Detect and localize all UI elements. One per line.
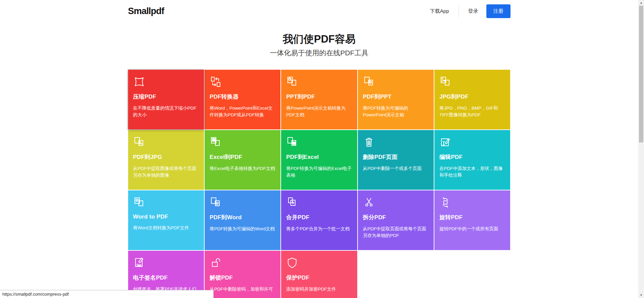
tool-title: Excel到PDF — [210, 153, 275, 161]
tool-title: 旋转PDF — [439, 214, 505, 221]
tool-title: 删除PDF页面 — [363, 153, 429, 161]
tools-grid: 压缩PDF在不降低质量的情况下缩小PDF的大小PDF转换器将Word，Power… — [128, 70, 511, 298]
word-to-pdf-icon — [133, 196, 145, 208]
signup-button[interactable]: 注册 — [486, 4, 511, 18]
rotate-icon — [439, 196, 451, 208]
tool-description: 在不降低质量的情况下缩小PDF的大小 — [133, 105, 199, 119]
nav-download-app[interactable]: 下载App — [430, 8, 449, 14]
tool-tile-unlock-pdf[interactable]: 解锁PDF从PDF中删除密码，加密和许可 — [205, 251, 280, 298]
tool-title: 编辑PDF — [439, 153, 505, 161]
sign-icon — [133, 257, 145, 269]
tool-description: 添加密码并加密PDF文件 — [286, 286, 352, 293]
nav-login[interactable]: 登录 — [468, 8, 478, 14]
header-nav: 下载App 登录 注册 — [430, 4, 511, 18]
tool-tile-compress-pdf[interactable]: 压缩PDF在不降低质量的情况下缩小PDF的大小 — [128, 70, 204, 129]
tool-tile-pdf-converter[interactable]: PDF转换器将Word，PowerPoint和Excel文件转换为PDF或从PD… — [205, 70, 280, 129]
pdf-to-word-icon — [210, 196, 222, 208]
tool-description: 将PowerPoint演示文稿转换为PDF文档 — [286, 105, 352, 119]
tool-description: 从PDF中提取页面或将每个页面另存为单独的PDF — [363, 226, 429, 239]
tool-tile-jpg-to-pdf[interactable]: JPG到PDF将JPG，PNG，BMP，GIF和TIFF图像转换为PDF — [434, 70, 510, 129]
split-icon — [363, 196, 375, 208]
scroll-down-icon[interactable]: ▼ — [638, 292, 644, 298]
page: Smallpdf 下载App 登录 注册 我们使PDF容易 一体化易于使用的在线… — [0, 0, 638, 298]
scrollbar-thumb[interactable] — [639, 6, 643, 142]
tool-tile-rotate-pdf[interactable]: 旋转PDF旋转PDF中的一个或所有页面 — [434, 190, 510, 250]
link-preview-status-bar: https://smallpdf.com/compress-pdf — [0, 290, 214, 298]
tool-tile-protect-pdf[interactable]: 保护PDF添加密码并加密PDF文件 — [281, 251, 357, 298]
tool-tile-ppt-to-pdf[interactable]: PPT到PDF将PowerPoint演示文稿转换为PDF文档 — [281, 70, 357, 129]
tool-tile-delete-pages[interactable]: 删除PDF页面从PDF中删除一个或多个页面 — [358, 130, 434, 190]
tool-title: 保护PDF — [286, 274, 352, 282]
tool-description: 将PDF转换为可编辑的Excel电子表格 — [286, 165, 352, 179]
excel-to-pdf-icon — [210, 136, 222, 148]
tool-description: 将Excel电子表格转换为PDF文档 — [210, 165, 275, 172]
scroll-up-icon[interactable]: ▲ — [638, 0, 644, 6]
tool-description: 从PDF中删除密码，加密和许可 — [210, 286, 275, 293]
tool-description: 将多个PDF合并为一个统一文档 — [286, 226, 352, 232]
tool-tile-pdf-to-jpg[interactable]: PDF到JPG从PDF中提取图像或将每个页面另存为单独的图像 — [128, 130, 204, 190]
tool-tile-merge-pdf[interactable]: 合并PDF将多个PDF合并为一个统一文档 — [281, 190, 357, 250]
tool-tile-word-to-pdf[interactable]: Word to PDF将Word文档转换为PDF文件 — [128, 190, 204, 250]
tool-description: 在PDF中添加文本，形状，图像和手绘注释 — [439, 165, 505, 179]
tool-title: PDF到JPG — [133, 153, 199, 161]
tool-tile-split-pdf[interactable]: 拆分PDF从PDF中提取页面或将每个页面另存为单独的PDF — [358, 190, 434, 250]
tool-description: 从PDF中删除一个或多个页面 — [363, 165, 429, 172]
tool-description: 旋转PDF中的一个或所有页面 — [439, 226, 505, 232]
tool-title: Word to PDF — [133, 214, 199, 220]
convert-icon — [210, 76, 222, 88]
compress-icon — [133, 76, 145, 88]
tool-title: JPG到PDF — [439, 93, 505, 101]
delete-pages-icon — [363, 136, 375, 148]
protect-icon — [286, 257, 298, 269]
ppt-to-pdf-icon — [286, 76, 298, 88]
edit-icon — [439, 136, 451, 148]
jpg-to-pdf-icon — [439, 76, 451, 88]
page-subtitle: 一体化易于使用的在线PDF工具 — [0, 48, 638, 58]
tool-title: PDF到Word — [210, 214, 275, 221]
tool-title: 电子签名PDF — [133, 274, 199, 282]
pdf-to-jpg-icon — [133, 136, 145, 148]
merge-icon — [286, 196, 298, 208]
unlock-icon — [210, 257, 222, 269]
tool-title: 解锁PDF — [210, 274, 275, 282]
tool-tile-pdf-to-excel[interactable]: PDF到Excel将PDF转换为可编辑的Excel电子表格 — [281, 130, 357, 190]
tool-tile-pdf-to-ppt[interactable]: PDF到PPT将PDF转换为可编辑的PowerPoint演示文稿 — [358, 70, 434, 129]
status-url: https://smallpdf.com/compress-pdf — [2, 292, 69, 297]
tool-description: 从PDF中提取图像或将每个页面另存为单独的图像 — [133, 165, 199, 179]
smallpdf-logo[interactable]: Smallpdf — [128, 6, 164, 16]
tool-title: 拆分PDF — [363, 214, 429, 221]
tool-tile-pdf-to-word[interactable]: PDF到Word将PDF转换为可编辑的Word文档 — [205, 190, 280, 250]
tool-title: PDF到PPT — [363, 93, 429, 101]
tool-title: PDF到Excel — [286, 153, 352, 161]
tool-description: 将Word，PowerPoint和Excel文件转换为PDF或从PDF转换 — [210, 105, 275, 119]
tool-tile-excel-to-pdf[interactable]: Excel到PDF将Excel电子表格转换为PDF文档 — [205, 130, 280, 190]
tool-description: 将Word文档转换为PDF文件 — [133, 225, 199, 231]
tool-description: 将PDF转换为可编辑的Word文档 — [210, 226, 275, 232]
tool-tile-edit-pdf[interactable]: 编辑PDF在PDF中添加文本，形状，图像和手绘注释 — [434, 130, 510, 190]
tool-title: PPT到PDF — [286, 93, 352, 101]
nav-divider — [459, 5, 459, 17]
pdf-to-excel-icon — [286, 136, 298, 148]
tool-title: 合并PDF — [286, 214, 352, 221]
page-title: 我们使PDF容易 — [0, 33, 638, 45]
hero: 我们使PDF容易 一体化易于使用的在线PDF工具 — [0, 33, 638, 58]
pdf-to-ppt-icon — [363, 76, 375, 88]
tool-title: PDF转换器 — [210, 93, 275, 101]
scrollbar[interactable]: ▲ ▼ — [638, 0, 644, 298]
tool-title: 压缩PDF — [133, 93, 199, 101]
site-header: Smallpdf 下载App 登录 注册 — [128, 0, 511, 22]
tool-description: 将PDF转换为可编辑的PowerPoint演示文稿 — [363, 105, 429, 119]
tool-description: 将JPG，PNG，BMP，GIF和TIFF图像转换为PDF — [439, 105, 505, 119]
